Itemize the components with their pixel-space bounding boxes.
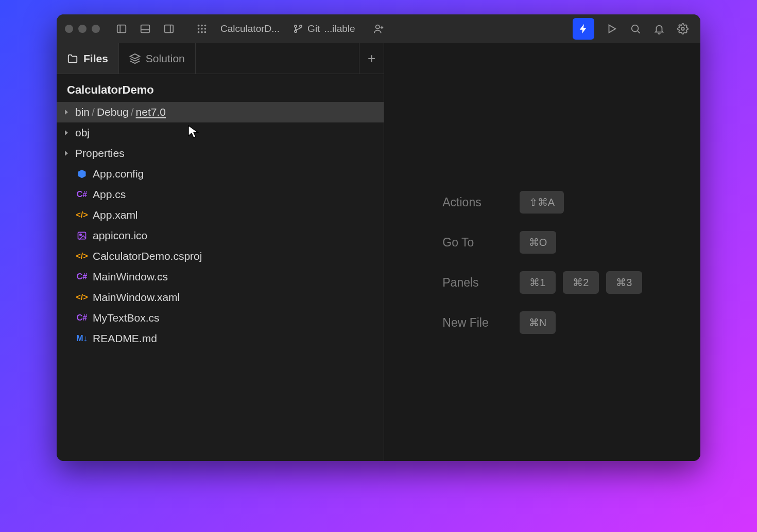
csharp-file-icon: C# [75,272,89,281]
svg-point-9 [198,28,200,30]
file-label: MainWindow.xaml [93,291,180,304]
search-icon[interactable] [626,20,645,38]
file-label: appicon.ico [93,229,147,242]
tree-folder[interactable]: bin/Debug/net7.0 [57,102,384,122]
svg-point-12 [198,31,200,33]
tree-file[interactable]: </>CalculatorDemo.csproj [57,246,384,267]
tree-file[interactable]: M↓README.md [57,328,384,349]
tab-files[interactable]: Files [57,43,119,74]
tree-folder[interactable]: Properties [57,143,384,164]
maximize-window-icon[interactable] [92,25,100,33]
keyboard-shortcut-key: ⌘3 [606,271,642,294]
tree-file[interactable]: </>MainWindow.xaml [57,287,384,308]
svg-point-22 [632,25,639,32]
file-label: App.config [93,168,144,180]
file-tree: CalculatorDemo bin/Debug/net7.0objProper… [57,74,384,461]
svg-point-26 [80,234,81,236]
sidebar: Files Solution + CalculatorDemo bin/Debu… [57,43,384,461]
svg-rect-25 [78,232,86,239]
tab-files-label: Files [83,52,108,65]
svg-point-13 [201,31,203,33]
tree-file[interactable]: C#App.cs [57,184,384,205]
close-window-icon[interactable] [65,25,73,33]
shortcut-keys: ⇧⌘A [520,191,642,214]
folder-label: Properties [75,147,125,159]
shortcut-hints: Actions⇧⌘AGo To⌘OPanels⌘1⌘2⌘3New File⌘N [442,191,642,334]
file-label: App.xaml [93,209,138,221]
svg-rect-2 [141,25,150,33]
xaml-file-icon: </> [75,252,89,261]
shortcut-label: Panels [442,276,488,290]
svg-marker-21 [609,25,616,33]
file-label: CalculatorDemo.csproj [93,250,202,262]
folder-label: obj [75,127,90,139]
svg-line-23 [638,31,640,33]
folder-path: bin/Debug/net7.0 [75,106,166,118]
chevron-right-icon[interactable] [62,109,71,115]
xaml-file-icon: </> [75,293,89,302]
titlebar: CalculatorD... Git ...ilable [57,14,700,43]
shortcut-keys: ⌘O [520,231,642,254]
shortcut-keys: ⌘N [520,311,642,334]
file-label: MainWindow.cs [93,271,168,283]
svg-point-7 [201,25,203,27]
settings-icon[interactable] [674,20,692,38]
tree-file[interactable]: </>App.xaml [57,205,384,225]
add-user-icon[interactable] [370,20,388,38]
keyboard-shortcut-key: ⇧⌘A [520,191,564,214]
shortcut-keys: ⌘1⌘2⌘3 [520,271,642,294]
svg-point-11 [204,28,207,30]
git-branch[interactable]: Git ...ilable [293,23,355,34]
csharp-file-icon: C# [75,190,89,199]
keyboard-shortcut-key: ⌘1 [520,271,556,294]
svg-point-18 [375,25,379,29]
config-file-icon [75,169,89,179]
editor-area: Actions⇧⌘AGo To⌘OPanels⌘1⌘2⌘3New File⌘N [384,43,700,461]
svg-rect-0 [117,25,126,33]
chevron-right-icon[interactable] [62,150,71,156]
file-label: MyTextBox.cs [93,312,160,324]
shortcut-label: Actions [442,196,488,209]
svg-point-6 [198,25,200,27]
markdown-file-icon: M↓ [75,334,89,343]
content-area: Files Solution + CalculatorDemo bin/Debu… [57,43,700,461]
window-traffic-lights [65,25,100,33]
svg-point-10 [201,28,203,30]
lightning-icon[interactable] [573,18,594,40]
tree-file[interactable]: appicon.ico [57,225,384,246]
git-label: Git [307,23,320,34]
notifications-icon[interactable] [650,20,668,38]
tab-solution-label: Solution [146,52,185,65]
add-tab-button[interactable]: + [359,43,384,74]
chevron-right-icon[interactable] [62,130,71,136]
keyboard-shortcut-key: ⌘2 [563,271,599,294]
svg-point-14 [204,31,207,33]
git-status: ...ilable [324,23,355,34]
minimize-window-icon[interactable] [78,25,87,33]
shortcut-label: Go To [442,236,488,250]
tree-file[interactable]: C#MainWindow.cs [57,267,384,287]
keyboard-shortcut-key: ⌘O [520,231,557,254]
panel-right-toggle[interactable] [160,20,178,38]
file-label: README.md [93,332,157,345]
panel-bottom-toggle[interactable] [136,20,154,38]
keyboard-shortcut-key: ⌘N [520,311,556,334]
svg-rect-4 [165,25,174,33]
tab-solution[interactable]: Solution [119,43,196,74]
panel-left-toggle[interactable] [112,20,131,38]
project-name[interactable]: CalculatorDemo [57,77,384,102]
sidebar-tabs: Files Solution + [57,43,384,74]
xaml-file-icon: </> [75,210,89,220]
project-title[interactable]: CalculatorD... [220,23,280,34]
svg-point-8 [204,25,207,27]
csharp-file-icon: C# [75,313,89,323]
tree-folder[interactable]: obj [57,122,384,143]
shortcut-label: New File [442,316,488,330]
run-icon[interactable] [603,20,621,38]
app-window: CalculatorD... Git ...ilable [57,14,700,461]
svg-point-15 [295,25,297,27]
image-file-icon [75,230,89,241]
apps-grid-icon[interactable] [193,20,211,38]
tree-file[interactable]: App.config [57,164,384,184]
tree-file[interactable]: C#MyTextBox.cs [57,308,384,328]
